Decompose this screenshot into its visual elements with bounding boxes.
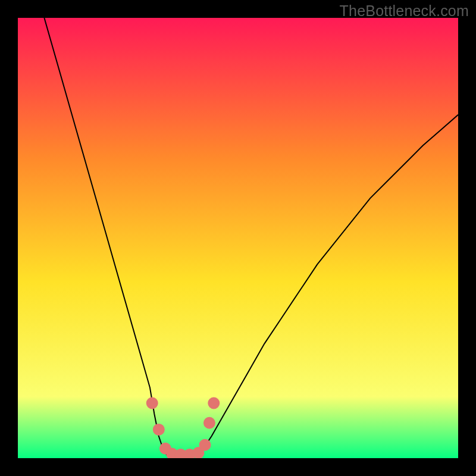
gradient-background: [18, 18, 458, 458]
curve-marker: [146, 397, 158, 409]
curve-marker: [199, 439, 211, 451]
plot-area: [18, 18, 458, 458]
watermark-text: TheBottleneck.com: [340, 2, 469, 20]
curve-marker: [203, 417, 215, 429]
chart-svg: [18, 18, 458, 458]
curve-marker: [153, 424, 165, 436]
chart-frame: TheBottleneck.com: [0, 0, 476, 476]
curve-marker: [208, 397, 220, 409]
